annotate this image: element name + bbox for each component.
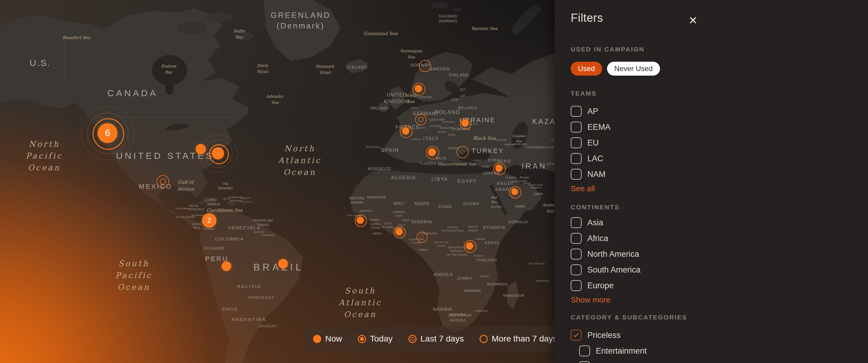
map-country-label: YEMEN bbox=[515, 204, 525, 209]
map-country-label: IRAN bbox=[522, 161, 547, 171]
checkbox-box[interactable] bbox=[571, 280, 582, 291]
map-country-label: SOMALIA bbox=[508, 219, 528, 225]
map-country-label: JAMAICA bbox=[207, 202, 220, 207]
map-country-label: COSTA RICA bbox=[192, 222, 201, 230]
checkbox-row-asia[interactable]: Asia bbox=[571, 215, 868, 231]
marker-ring bbox=[509, 186, 521, 198]
checkbox-box[interactable] bbox=[571, 106, 582, 117]
checkbox-row-south-america[interactable]: South America bbox=[571, 262, 868, 278]
checkbox-row-lac[interactable]: LAC bbox=[571, 151, 868, 166]
map-country-label: CROATIA bbox=[437, 131, 446, 133]
marker-ring bbox=[400, 125, 413, 138]
checkbox-box[interactable] bbox=[571, 153, 582, 164]
map-country-label: ERITREA bbox=[491, 205, 502, 209]
map-country-label: CUBA bbox=[204, 197, 216, 202]
marker-ring bbox=[464, 240, 476, 253]
checkbox-row-entertainment[interactable]: Entertainment bbox=[579, 343, 868, 359]
map-country-label: MOROCCO bbox=[368, 166, 391, 171]
map-sea-label: Greenland Sea bbox=[364, 30, 398, 37]
legend-label: Today bbox=[370, 334, 393, 344]
checkbox-row-ap[interactable]: AP bbox=[571, 103, 868, 119]
map-country-label: CENTRAL AFRICAN REPUBLIC bbox=[441, 226, 464, 233]
legend-item-last7: Last 7 days bbox=[408, 334, 464, 344]
checkbox-row-europe[interactable]: Europe bbox=[571, 278, 868, 293]
checkbox-row-eema[interactable]: EEMA bbox=[571, 119, 868, 135]
checkbox-row-priceless[interactable]: Priceless bbox=[571, 327, 868, 343]
map-country-label: LAT. bbox=[460, 94, 466, 98]
map-country-label: SOUTH AFRICA bbox=[450, 312, 466, 323]
map-country-label: U.S. bbox=[30, 57, 51, 69]
checkbox-box[interactable] bbox=[571, 264, 582, 275]
checkbox-box[interactable] bbox=[571, 330, 582, 341]
section-teams: TEAMS APEEMAEULACNAM See all bbox=[571, 90, 868, 192]
checkbox-box[interactable] bbox=[571, 137, 582, 148]
map-country-label: BELIZE bbox=[189, 204, 198, 207]
map-country-label: ISRAEL bbox=[483, 165, 490, 168]
map-country-label: EST. bbox=[460, 88, 466, 92]
show-more-link[interactable]: Show more bbox=[571, 296, 611, 304]
map-country-label: MADAGASCAR bbox=[503, 294, 524, 298]
map-country-label: GEORGIA bbox=[495, 138, 506, 142]
checkbox-box[interactable] bbox=[571, 217, 582, 228]
marker-dot bbox=[222, 261, 231, 271]
map-country-label: ETHIOPIA bbox=[483, 225, 505, 231]
checkbox-box[interactable] bbox=[579, 345, 590, 356]
map-country-label: BENIN bbox=[402, 219, 410, 222]
today-marker-icon bbox=[358, 335, 366, 343]
map-country-label: EGYPT bbox=[458, 178, 477, 185]
legend-item-now: Now bbox=[313, 334, 342, 344]
checkbox-row-africa[interactable]: Africa bbox=[571, 231, 868, 246]
world-map[interactable]: GREENLAND (Denmark)U.S.CANADAUNITED STAT… bbox=[0, 0, 555, 363]
map-country-label: SERBIA bbox=[448, 133, 456, 136]
map-country-label: SUDAN bbox=[463, 201, 479, 207]
map-country-label: PARAGUAY bbox=[249, 295, 275, 300]
map-country-label: GABON bbox=[419, 248, 429, 252]
map-country-label: MOZAMBIQUE bbox=[487, 282, 508, 287]
checkbox-label: NAM bbox=[587, 170, 606, 179]
legend-item-more7: More than 7 days ago bbox=[479, 334, 555, 344]
check-icon bbox=[572, 332, 580, 339]
panel-title: Filters bbox=[571, 12, 868, 24]
checkbox-label: Africa bbox=[587, 234, 608, 243]
map-country-label: BURKINA FASO bbox=[393, 210, 405, 218]
checkbox-box[interactable] bbox=[579, 361, 590, 363]
checkbox-box[interactable] bbox=[571, 122, 582, 132]
map-sea-label: Norwegian Sea bbox=[400, 48, 422, 60]
more7-marker-icon bbox=[479, 335, 488, 343]
see-all-link[interactable]: See all bbox=[571, 185, 595, 192]
map-country-label: ALGERIA bbox=[391, 174, 416, 181]
map-country-label: KENYA bbox=[485, 240, 500, 245]
map-country-label: GUATEMALA bbox=[176, 207, 190, 210]
teams-checkbox-list: APEEMAEULACNAM bbox=[571, 103, 868, 182]
map-country-label: MAURITIUS bbox=[536, 279, 549, 283]
map-country-label: PUERTO RICO (U.S.) bbox=[239, 197, 252, 204]
cluster-count: 2 bbox=[202, 213, 216, 228]
checkbox-row-eu[interactable]: EU bbox=[571, 135, 868, 151]
map-country-label: SVALBARD (NORWAY) bbox=[438, 14, 457, 24]
map-sea-label: Baffin Bay bbox=[233, 28, 245, 40]
section-title: CONTINENTS bbox=[571, 203, 868, 211]
close-icon[interactable]: ✕ bbox=[687, 14, 699, 27]
map-sea-label: Arabian Sea bbox=[542, 202, 555, 214]
map-country-label: LIBYA bbox=[431, 176, 448, 183]
used-pill[interactable]: Used bbox=[571, 62, 602, 76]
map-country-label: CHAD bbox=[438, 204, 452, 210]
checkbox-box[interactable] bbox=[571, 249, 582, 260]
map-country-label: SURINAME bbox=[261, 234, 274, 237]
never-used-pill[interactable]: Never Used bbox=[607, 62, 660, 76]
map-country-label: FINLAND bbox=[449, 72, 470, 78]
map-country-label: DENMARK bbox=[418, 95, 432, 99]
map-country-label: OMAN bbox=[534, 192, 543, 196]
map-country-label: CHILE bbox=[222, 306, 238, 312]
marker-ring bbox=[420, 235, 424, 239]
checkbox-row-nam[interactable]: NAM bbox=[571, 166, 868, 182]
legend-label: Now bbox=[325, 334, 342, 344]
checkbox-row-item[interactable] bbox=[579, 359, 868, 363]
checkbox-box[interactable] bbox=[571, 169, 582, 180]
checkbox-row-north-america[interactable]: North America bbox=[571, 246, 868, 262]
used-toggle-group: Used Never Used bbox=[571, 62, 868, 76]
map-country-label: IRELAND bbox=[371, 106, 388, 111]
map-country-label: KAZAK bbox=[532, 117, 555, 127]
checkbox-box[interactable] bbox=[571, 233, 582, 244]
map-country-label: NIGERIA bbox=[411, 219, 432, 225]
